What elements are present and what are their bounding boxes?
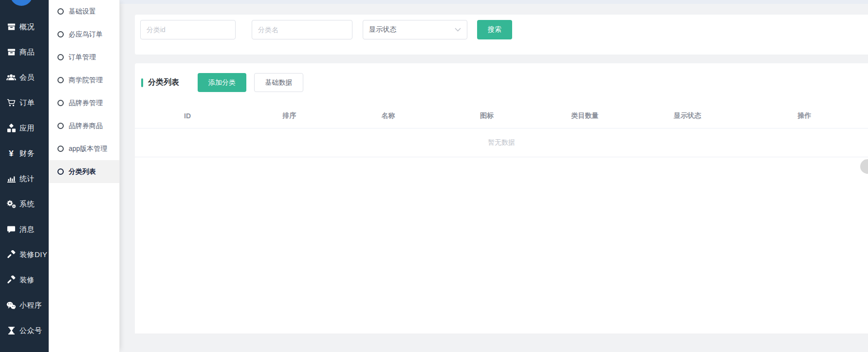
miniprogram-wechat-icon (6, 301, 17, 310)
search-button[interactable]: 搜索 (477, 20, 512, 39)
submenu-item-label: 基础设置 (69, 7, 96, 16)
goods-box-icon (6, 48, 17, 56)
sidebar-item-label: 会员 (19, 73, 35, 82)
section-title: 分类列表 (148, 77, 179, 88)
category-id-input[interactable] (140, 20, 236, 39)
column-header-id: ID (135, 112, 240, 120)
submenu-item-category-list[interactable]: 分类列表 (49, 160, 119, 183)
sidebar-item-label: 装修DIY (19, 250, 48, 259)
sidebar-item-finance[interactable]: ¥ 财务 (0, 141, 49, 166)
table-header-row: ID 排序 名称 图标 类目数量 显示状态 操作 (135, 103, 868, 129)
filter-bar: 显示状态 搜索 (135, 15, 868, 55)
finance-yen-icon: ¥ (6, 149, 17, 158)
column-header-name: 名称 (339, 111, 438, 120)
primary-menu: 概况 商品 会员 订单 应用 ¥ (0, 14, 49, 343)
sidebar-item-label: 应用 (19, 124, 35, 133)
overview-box-icon (6, 22, 17, 31)
sidebar-item-members[interactable]: 会员 (0, 65, 49, 90)
section-accent-bar (141, 78, 143, 87)
radio-circle-icon (57, 77, 64, 83)
submenu-item-label: 必应鸟订单 (69, 30, 103, 39)
decorate-diy-hammer-icon (6, 250, 17, 259)
submenu-item-order-management[interactable]: 订单管理 (49, 46, 119, 69)
submenu-item-label: 分类列表 (69, 167, 96, 176)
submenu-item-label: 商学院管理 (69, 76, 103, 85)
sidebar-item-apps[interactable]: 应用 (0, 115, 49, 141)
column-header-category-count: 类目数量 (536, 111, 634, 120)
column-header-icon: 图标 (438, 111, 536, 120)
apps-cubes-icon (6, 124, 17, 132)
empty-state-text: 暂无数据 (488, 138, 515, 147)
table-empty-row: 暂无数据 (135, 129, 868, 157)
top-band (120, 0, 868, 4)
decorate-hammer-icon (6, 276, 17, 284)
app-logo[interactable] (10, 0, 33, 6)
primary-sidebar: 概况 商品 会员 订单 应用 ¥ (0, 0, 49, 352)
sidebar-item-decorate[interactable]: 装修 (0, 267, 49, 293)
base-data-button[interactable]: 基础数据 (254, 73, 303, 92)
section-head: 分类列表 添加分类 基础数据 (135, 73, 868, 92)
sidebar-item-label: 财务 (19, 149, 35, 158)
submenu-item-brand-coupon-management[interactable]: 品牌券管理 (49, 92, 119, 114)
sidebar-item-label: 商品 (19, 48, 35, 57)
sidebar-item-stats[interactable]: 统计 (0, 166, 49, 191)
display-status-select[interactable]: 显示状态 (363, 20, 467, 39)
sidebar-item-label: 装修 (19, 276, 35, 285)
main-content: 显示状态 搜索 分类列表 添加分类 基础数据 ID 排序 名称 图标 类目数量 … (120, 0, 868, 352)
official-account-hourglass-icon (6, 326, 17, 335)
column-header-actions: 操作 (741, 111, 868, 120)
sidebar-item-system[interactable]: 系统 (0, 191, 49, 217)
column-header-display-status: 显示状态 (634, 111, 741, 120)
secondary-sidebar: 基础设置 必应鸟订单 订单管理 商学院管理 品牌券管理 品牌券商品 app版本管… (49, 0, 120, 352)
sidebar-item-label: 系统 (19, 200, 35, 209)
sidebar-item-miniprogram[interactable]: 小程序 (0, 293, 49, 318)
category-name-input[interactable] (252, 20, 352, 39)
orders-cart-icon (6, 98, 17, 107)
radio-circle-icon (57, 8, 64, 15)
category-list-panel: 分类列表 添加分类 基础数据 ID 排序 名称 图标 类目数量 显示状态 操作 … (135, 63, 868, 333)
submenu-item-business-school[interactable]: 商学院管理 (49, 69, 119, 92)
submenu-item-label: 品牌券管理 (69, 99, 103, 108)
stats-bar-chart-icon (6, 174, 17, 183)
submenu-item-label: 订单管理 (69, 53, 96, 62)
sidebar-item-label: 公众号 (19, 326, 42, 335)
radio-circle-icon (57, 54, 64, 60)
radio-circle-icon (57, 100, 64, 106)
submenu-item-bingniao-orders[interactable]: 必应鸟订单 (49, 23, 119, 46)
radio-circle-icon (57, 123, 64, 129)
submenu-item-basic-settings[interactable]: 基础设置 (49, 0, 119, 23)
sidebar-item-label: 消息 (19, 225, 35, 234)
sidebar-item-label: 统计 (19, 174, 35, 184)
radio-circle-icon (57, 168, 64, 175)
sidebar-item-decorate-diy[interactable]: 装修DIY (0, 242, 49, 267)
system-gears-icon (6, 200, 17, 208)
submenu-item-label: app版本管理 (69, 145, 107, 153)
column-header-sort: 排序 (240, 111, 339, 120)
sidebar-item-messages[interactable]: 消息 (0, 217, 49, 242)
sidebar-item-orders[interactable]: 订单 (0, 90, 49, 115)
radio-circle-icon (57, 146, 64, 152)
sidebar-item-label: 订单 (19, 98, 35, 108)
radio-circle-icon (57, 31, 64, 37)
submenu-item-label: 品牌券商品 (69, 122, 103, 130)
display-status-select-value: 显示状态 (369, 25, 396, 34)
sidebar-item-official-account[interactable]: 公众号 (0, 318, 49, 343)
add-category-button[interactable]: 添加分类 (198, 73, 246, 92)
submenu-item-brand-coupon-goods[interactable]: 品牌券商品 (49, 114, 119, 137)
message-bubble-icon (6, 225, 17, 234)
chevron-down-icon (455, 28, 461, 32)
sidebar-item-goods[interactable]: 商品 (0, 39, 49, 65)
submenu-item-app-version[interactable]: app版本管理 (49, 137, 119, 160)
sidebar-item-label: 小程序 (19, 301, 42, 310)
sidebar-item-overview[interactable]: 概况 (0, 14, 49, 39)
sidebar-item-label: 概况 (19, 22, 35, 32)
members-users-icon (6, 74, 17, 81)
